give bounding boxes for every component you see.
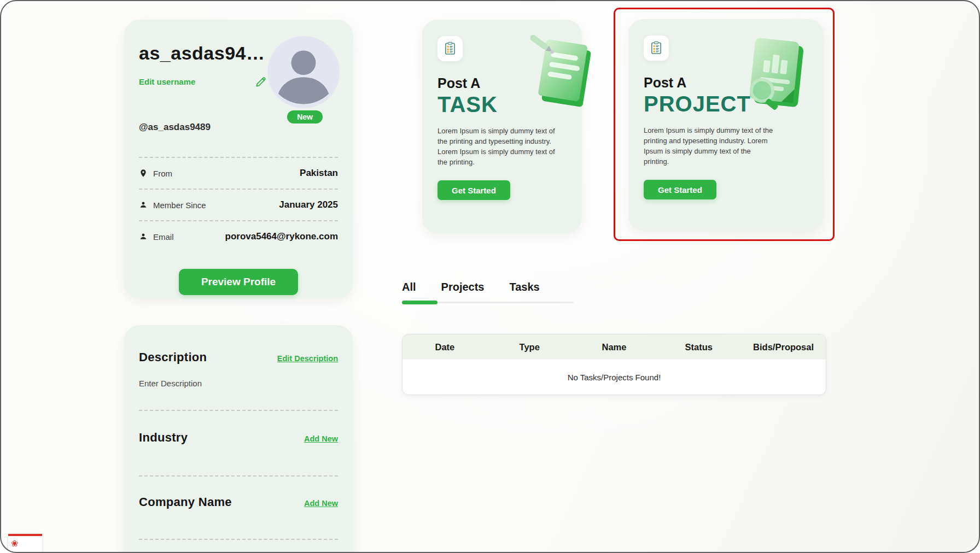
edit-pencil-icon[interactable] <box>255 76 267 88</box>
edit-username-link[interactable]: Edit username <box>139 77 195 86</box>
member-person-icon <box>139 201 148 209</box>
description-placeholder-text: Enter Description <box>139 379 338 388</box>
info-label-text: Email <box>153 232 174 242</box>
post-card-description: Lorem Ipsum is simply dummy text of the … <box>438 126 567 167</box>
person-silhouette-icon <box>267 36 340 108</box>
section-title: Company Name <box>139 495 232 509</box>
post-project-card: Post A PROJECT Lorem Ipsum is simply dum… <box>628 19 824 231</box>
new-badge: New <box>287 110 323 123</box>
edit-description-link[interactable]: Edit Description <box>277 354 338 363</box>
avatar <box>267 36 340 108</box>
project-icon-tile <box>644 36 669 61</box>
tab-tasks[interactable]: Tasks <box>510 281 540 293</box>
content-tabs: All Projects Tasks <box>402 281 574 303</box>
page-frame: as_asdas94… Edit username New @as_asdas9… <box>0 0 980 553</box>
red-flower-icon: ❀ <box>11 539 18 548</box>
divider <box>139 475 338 476</box>
tab-all[interactable]: All <box>402 281 416 293</box>
section-description-header: Description Edit Description <box>139 350 338 364</box>
task-checklist-icon <box>442 41 458 56</box>
section-industry-header: Industry Add New <box>139 431 338 445</box>
location-pin-icon <box>139 169 148 178</box>
info-value: January 2025 <box>279 199 338 210</box>
task-icon-tile <box>438 36 463 61</box>
profile-details-card: Description Edit Description Enter Descr… <box>124 325 353 553</box>
user-handle: @as_asdas9489 <box>139 122 338 133</box>
divider <box>139 410 338 411</box>
profile-info-rows: From Pakistan Member Since January 2025 … <box>139 157 338 252</box>
task-get-started-button[interactable]: Get Started <box>438 180 510 200</box>
post-card-description: Lorem Ipsum is simply dummy text of the … <box>644 125 774 167</box>
info-row-email: Email porova5464@rykone.com <box>139 221 338 252</box>
section-title: Description <box>139 350 207 364</box>
info-label-text: From <box>153 169 172 178</box>
project-get-started-button[interactable]: Get Started <box>644 180 716 199</box>
edit-username-row: Edit username <box>139 77 270 89</box>
column-header-bids-proposal: Bids/Proposal <box>741 342 826 352</box>
preview-profile-button[interactable]: Preview Profile <box>179 269 298 295</box>
divider <box>139 539 338 540</box>
info-row-from: From Pakistan <box>139 158 338 190</box>
table-header-row: Date Type Name Status Bids/Proposal <box>402 334 826 360</box>
section-title: Industry <box>139 431 188 445</box>
column-header-date: Date <box>402 342 487 352</box>
tab-underline-track <box>402 302 574 303</box>
info-label-text: Member Since <box>153 201 206 210</box>
report-magnifier-illustration <box>744 34 808 115</box>
add-company-name-link[interactable]: Add New <box>304 499 338 508</box>
info-value: Pakistan <box>300 168 338 179</box>
post-task-card: Post A TASK Lorem Ipsum is simply dummy … <box>422 20 582 233</box>
column-header-type: Type <box>487 342 572 352</box>
cut-off-overlay-widget: ❀ <box>8 534 42 553</box>
table-empty-message: No Tasks/Projects Found! <box>402 360 826 395</box>
info-row-member-since: Member Since January 2025 <box>139 190 338 221</box>
column-header-status: Status <box>656 342 741 352</box>
info-value: porova5464@rykone.com <box>225 231 339 242</box>
tab-projects[interactable]: Projects <box>441 281 485 293</box>
section-company-name-header: Company Name Add New <box>139 495 338 509</box>
notes-pencil-illustration <box>530 34 591 116</box>
project-checklist-icon <box>649 40 664 56</box>
add-industry-link[interactable]: Add New <box>304 434 338 443</box>
tab-active-indicator <box>402 301 438 304</box>
email-person-icon <box>139 232 148 241</box>
profile-card: as_asdas94… Edit username New @as_asdas9… <box>124 20 353 298</box>
column-header-name: Name <box>572 342 657 352</box>
tasks-projects-table: Date Type Name Status Bids/Proposal No T… <box>402 334 826 395</box>
